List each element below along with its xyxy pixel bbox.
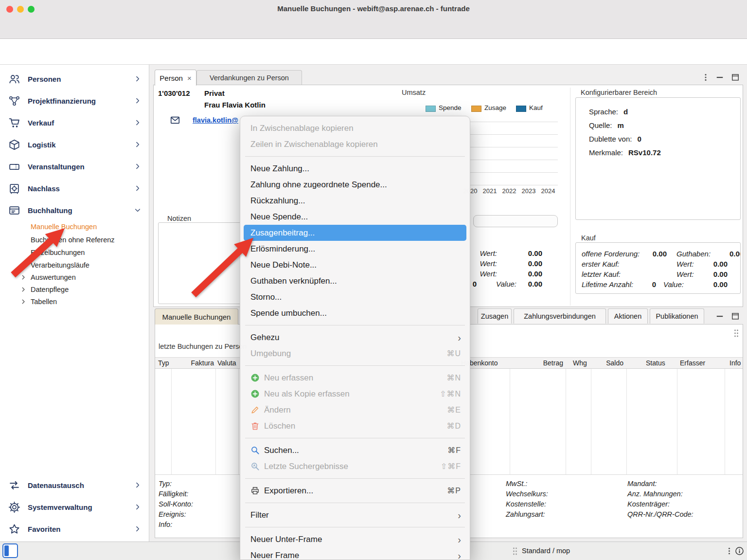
trash-icon [250, 421, 260, 431]
status-options-icon[interactable] [725, 546, 734, 556]
column-header-saldo[interactable]: Saldo [606, 359, 623, 367]
konfig-row: Sprache:d [589, 108, 628, 116]
menu-item-neue-debi-note[interactable]: Neue Debi-Note... [240, 257, 470, 273]
close-icon[interactable]: × [187, 74, 192, 82]
sidebar-item-systemverwaltung[interactable]: Systemverwaltung [0, 500, 149, 514]
chart-range-selector[interactable] [473, 215, 558, 227]
column-divider [677, 369, 677, 474]
sidebar-item-verarbeitungslaeufe[interactable]: Verarbeitungsläufe [31, 259, 89, 271]
sidebar-item-buchungen-ohne-referenz[interactable]: Buchungen ohne Referenz [31, 234, 115, 246]
sidebar-item-manuelle-buchungen[interactable]: Manuelle Buchungen [31, 220, 97, 233]
stat-label: Wert: [480, 270, 497, 278]
tab-aktionen[interactable]: Aktionen [608, 308, 648, 324]
axis-year-label: 2023 [519, 187, 538, 195]
sidebar-item-label: Buchhaltung [28, 206, 72, 215]
menu-item-neu-als-kopie-erfassen: Neu als Kopie erfassen⇧⌘N [240, 386, 470, 402]
menu-item-exportieren[interactable]: Exportieren...⌘P [240, 483, 470, 499]
expand-panel-icon[interactable] [730, 311, 740, 321]
column-header-whg[interactable]: Whg [573, 359, 587, 367]
legend-swatch-kauf [516, 106, 526, 112]
menu-item-suchen[interactable]: Suchen...⌘F [240, 442, 470, 458]
sidebar-item-datenpflege[interactable]: Datenpflege [20, 283, 69, 296]
menu-shortcut: ⇧⌘N [440, 389, 461, 398]
tab-publikationen[interactable]: Publikationen [650, 308, 704, 324]
plus-circle-icon [250, 373, 260, 382]
column-divider [566, 369, 566, 474]
column-header-betrag[interactable]: Betrag [543, 359, 563, 367]
field-label: Sprache: [589, 108, 618, 116]
tab-options-icon[interactable] [701, 72, 711, 82]
menu-item-erloesminderung[interactable]: Erlösminderung... [240, 241, 470, 257]
column-header-valuta[interactable]: Valuta [217, 359, 236, 367]
menu-separator [240, 434, 470, 442]
info-icon[interactable] [734, 546, 745, 556]
sidebar-toggle-button[interactable] [2, 543, 18, 558]
menu-separator [240, 321, 470, 329]
menu-item-zusagenbeitrag[interactable]: Zusagenbeitrag... [244, 225, 466, 241]
field-value: 0.00 [713, 280, 728, 289]
menu-item-storno[interactable]: Storno... [240, 289, 470, 305]
sidebar-item-logistik[interactable]: Logistik [0, 137, 149, 152]
sidebar-item-tabellen[interactable]: Tabellen [20, 295, 57, 308]
menu-item-guthaben-verknuepfen[interactable]: Guthaben verknüpfen... [240, 273, 470, 289]
sidebar-item-einzelbuchungen[interactable]: Einzelbuchungen [31, 246, 85, 259]
submenu-chevron-icon: › [458, 333, 461, 343]
column-header-typ[interactable]: Typ [158, 359, 169, 367]
menu-item-neue-spende[interactable]: Neue Spende... [240, 209, 470, 225]
sidebar-item-veranstaltungen[interactable]: Veranstaltungen [0, 159, 149, 174]
form-field-label: Mandant: [627, 480, 657, 488]
menu-item-gehezu[interactable]: Gehezu› [240, 329, 470, 345]
menu-item-label: Umgebung [250, 349, 291, 359]
collapse-panel-icon[interactable] [715, 311, 725, 321]
field-value: 0.00 [653, 250, 667, 258]
menu-item-label: Suchen... [264, 446, 299, 455]
menu-item-zeilen-in-zwischenablage-kopieren: Zeilen in Zwischenablage kopieren [240, 136, 470, 152]
column-header-erfasser[interactable]: Erfasser [680, 359, 705, 367]
sidebar-item-nachlass[interactable]: Nachlass [0, 181, 149, 196]
menu-item-neuer-unter-frame[interactable]: Neuer Unter-Frame› [240, 531, 470, 547]
envelope-icon [170, 115, 180, 126]
menu-item-neue-zahlung[interactable]: Neue Zahlung... [240, 161, 470, 177]
sidebar-item-buchhaltung[interactable]: Buchhaltung [0, 203, 149, 217]
panel-grip[interactable] [733, 329, 739, 338]
menu-shortcut: ⌘N [446, 373, 461, 382]
menu-item-zahlung-ohne-zugeordnete-spende[interactable]: Zahlung ohne zugeordnete Spende... [240, 177, 470, 193]
sidebar-item-verkauf[interactable]: Verkauf [0, 115, 149, 130]
column-header-info[interactable]: Info [729, 359, 741, 367]
tab-verdankungen-zu-person[interactable]: Verdankungen zu Person [196, 70, 302, 85]
tab-zusagen[interactable]: Zusagen [478, 308, 512, 324]
sidebar-item-favoriten[interactable]: Favoriten [0, 522, 149, 536]
form-field-label: Anz. Mahnungen: [627, 490, 683, 498]
sidebar-item-datenaustausch[interactable]: Datenaustausch [0, 478, 149, 492]
menu-item-filter[interactable]: Filter› [240, 507, 470, 523]
sidebar-item-auswertungen[interactable]: Auswertungen [20, 271, 76, 284]
menu-separator [240, 523, 470, 531]
column-header-status[interactable]: Status [646, 359, 665, 367]
menu-item-label: Löschen [264, 421, 295, 431]
tab-zahlungsverbindungen[interactable]: Zahlungsverbindungen [514, 308, 606, 324]
person-email-link[interactable]: flavia.kotlin@ [193, 116, 238, 124]
stat-value: 0.00 [528, 249, 542, 257]
konfig-row: Quelle:m [589, 121, 624, 129]
menu-item-spende-umbuchen[interactable]: Spende umbuchen... [240, 305, 470, 321]
kauf-panel: offene Forderung:0.00Guthaben:0.00 erste… [575, 242, 741, 294]
sidebar-item-label: Systemverwaltung [28, 503, 92, 511]
menu-separator [240, 152, 470, 161]
tab-manuelle-buchungen[interactable]: Manuelle Buchungen [155, 308, 238, 325]
tab-person[interactable]: Person× [155, 70, 196, 86]
collapse-panel-icon[interactable] [715, 72, 725, 82]
sidebar-item-projektfinanzierung[interactable]: Projektfinanzierung [0, 93, 149, 108]
star-icon [8, 523, 20, 535]
person-name: Frau Flavia Kotlin [204, 101, 266, 109]
panel-divider [570, 88, 570, 306]
column-header-faktura[interactable]: Faktura [191, 359, 214, 367]
menu-shortcut: ⌘D [446, 421, 461, 431]
status-grip[interactable] [512, 547, 518, 556]
sidebar-item-personen[interactable]: Personen [0, 72, 149, 86]
umsatz-title: Umsatz [402, 89, 426, 96]
menu-item-neuer-frame[interactable]: Neuer Frame› [240, 547, 470, 560]
chevron-right-icon [20, 287, 26, 292]
menu-item-rueckzahlung[interactable]: Rückzahlung... [240, 193, 470, 209]
chevron-right-icon [20, 299, 26, 305]
expand-panel-icon[interactable] [730, 72, 740, 82]
